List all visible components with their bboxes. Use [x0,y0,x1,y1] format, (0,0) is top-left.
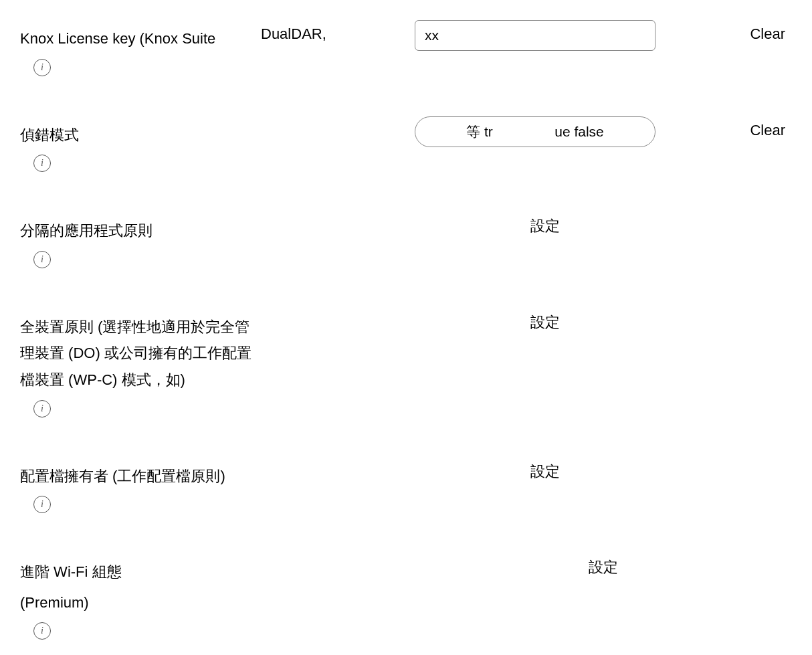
label-col: 全裝置原則 (選擇性地適用於完全管理裝置 (DO) 或公司擁有的工作配置檔裝置 … [20,308,254,417]
hint-col [261,116,408,122]
row-debug-mode: 偵錯模式 i 等 tr ue false Clear [20,116,792,173]
configure-button[interactable]: 設定 [589,557,618,577]
control-col: 設定 [415,553,792,577]
configure-button[interactable]: 設定 [530,312,560,333]
knox-license-hint: DualDAR, [261,20,408,43]
label-col: 分隔的應用程式原則 i [20,212,254,268]
control-col: 設定 [415,212,676,236]
debug-mode-label: 偵錯模式 [20,122,254,149]
separated-apps-label: 分隔的應用程式原則 [20,217,254,244]
row-advanced-wifi: 進階 Wi-Fi 組態 (Premium) i 設定 [20,553,792,640]
configure-button[interactable]: 設定 [530,216,560,236]
configure-button[interactable]: 設定 [530,462,560,482]
clear-button[interactable]: Clear [750,25,785,43]
device-wide-label: 全裝置原則 (選擇性地適用於完全管理裝置 (DO) 或公司擁有的工作配置檔裝置 … [20,314,254,393]
control-col: 設定 [415,458,676,482]
info-icon[interactable]: i [33,155,51,172]
info-icon[interactable]: i [33,622,51,640]
action-col [682,212,792,217]
label-col: 偵錯模式 i [20,116,254,173]
row-profile-owner: 配置檔擁有者 (工作配置檔原則) i 設定 [20,458,792,514]
control-col: 設定 [415,308,676,333]
action-col: Clear [682,116,792,139]
info-icon[interactable]: i [33,251,51,268]
info-icon[interactable]: i [33,59,51,76]
knox-license-input[interactable] [415,20,655,51]
label-col: 進階 Wi-Fi 組態 (Premium) i [20,553,254,640]
pill-right: ue false [554,124,604,140]
row-device-wide: 全裝置原則 (選擇性地適用於完全管理裝置 (DO) 或公司擁有的工作配置檔裝置 … [20,308,792,417]
control-col: 等 tr ue false [415,116,676,147]
advanced-wifi-label-line2: (Premium) [20,589,254,616]
hint-col [261,458,408,463]
hint-col [261,212,408,217]
action-col [682,308,792,314]
advanced-wifi-label-line1: 進階 Wi-Fi 組態 [20,559,254,585]
row-separated-apps: 分隔的應用程式原則 i 設定 [20,212,792,268]
clear-button[interactable]: Clear [750,122,785,139]
label-col: 配置檔擁有者 (工作配置檔原則) i [20,458,254,514]
label-col: Knox License key (Knox Suite i [20,20,254,76]
debug-mode-toggle[interactable]: 等 tr ue false [415,116,655,147]
info-icon[interactable]: i [33,400,51,417]
hint-col [261,308,408,314]
control-col [415,20,676,51]
knox-license-label: Knox License key (Knox Suite [20,25,254,52]
profile-owner-label: 配置檔擁有者 (工作配置檔原則) [20,463,254,490]
action-col [682,458,792,463]
hint-col [261,553,408,559]
row-knox-license: Knox License key (Knox Suite i DualDAR, … [20,20,792,76]
pill-left: 等 tr [466,122,493,141]
info-icon[interactable]: i [33,496,51,513]
action-col: Clear [682,20,792,43]
